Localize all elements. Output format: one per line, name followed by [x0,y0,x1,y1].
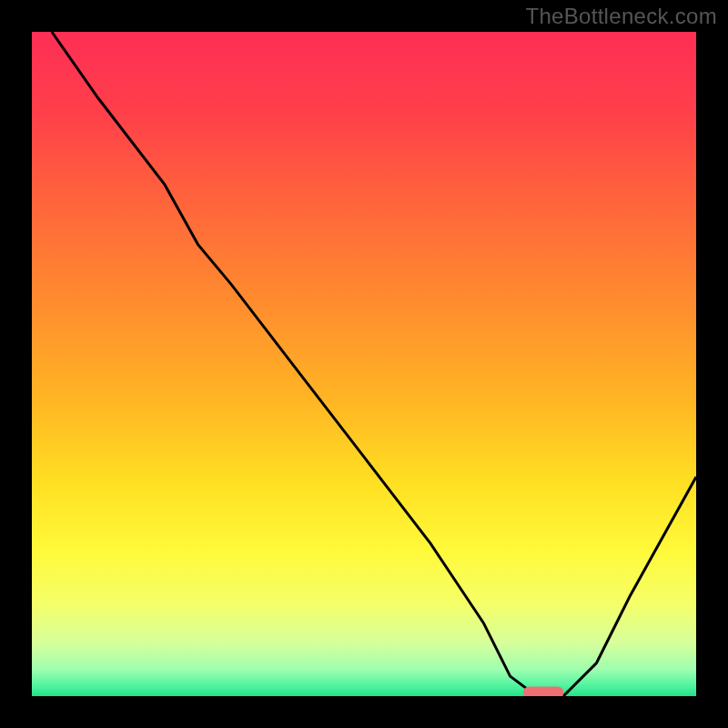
optimum-marker [523,686,563,696]
gradient-bg [32,32,696,696]
watermark-label: TheBottleneck.com [525,4,717,29]
chart-area [32,32,696,696]
chart-svg [32,32,696,696]
